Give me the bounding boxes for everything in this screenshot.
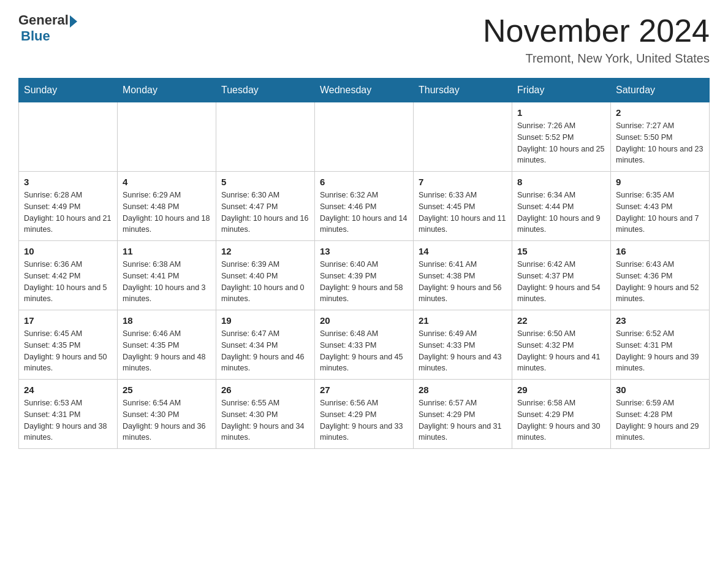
day-number: 26: [221, 385, 309, 395]
day-number: 17: [24, 315, 112, 326]
location-subtitle: Tremont, New York, United States: [483, 52, 710, 66]
day-info: Sunrise: 6:56 AMSunset: 4:29 PMDaylight:…: [320, 397, 408, 443]
day-number: 21: [419, 315, 507, 326]
day-info: Sunrise: 6:35 AMSunset: 4:43 PMDaylight:…: [616, 190, 704, 236]
calendar-day-cell: [414, 102, 512, 172]
day-number: 5: [221, 177, 309, 187]
calendar-day-cell: 16Sunrise: 6:43 AMSunset: 4:36 PMDayligh…: [611, 241, 710, 310]
day-info: Sunrise: 6:59 AMSunset: 4:28 PMDaylight:…: [616, 397, 704, 443]
calendar-day-cell: 28Sunrise: 6:57 AMSunset: 4:29 PMDayligh…: [414, 380, 512, 449]
day-info: Sunrise: 6:54 AMSunset: 4:30 PMDaylight:…: [123, 397, 211, 443]
calendar-day-cell: 22Sunrise: 6:50 AMSunset: 4:32 PMDayligh…: [512, 310, 611, 380]
calendar-day-cell: 29Sunrise: 6:58 AMSunset: 4:29 PMDayligh…: [512, 380, 611, 449]
calendar-day-cell: 25Sunrise: 6:54 AMSunset: 4:30 PMDayligh…: [118, 380, 216, 449]
calendar-day-cell: 10Sunrise: 6:36 AMSunset: 4:42 PMDayligh…: [19, 241, 118, 310]
day-number: 1: [517, 107, 605, 118]
day-number: 23: [616, 315, 704, 326]
day-info: Sunrise: 6:32 AMSunset: 4:46 PMDaylight:…: [320, 190, 408, 236]
calendar-day-cell: 26Sunrise: 6:55 AMSunset: 4:30 PMDayligh…: [216, 380, 315, 449]
day-info: Sunrise: 6:53 AMSunset: 4:31 PMDaylight:…: [24, 397, 112, 443]
day-info: Sunrise: 6:46 AMSunset: 4:35 PMDaylight:…: [123, 328, 211, 374]
title-section: November 2024 Tremont, New York, United …: [483, 12, 710, 66]
day-number: 2: [616, 107, 704, 118]
calendar-week-row: 17Sunrise: 6:45 AMSunset: 4:35 PMDayligh…: [19, 310, 710, 380]
day-info: Sunrise: 7:27 AMSunset: 5:50 PMDaylight:…: [616, 120, 704, 166]
calendar-day-cell: [118, 102, 216, 172]
day-number: 16: [616, 246, 704, 256]
calendar-day-cell: 13Sunrise: 6:40 AMSunset: 4:39 PMDayligh…: [315, 241, 414, 310]
logo-blue-text: Blue: [21, 28, 50, 44]
day-info: Sunrise: 6:43 AMSunset: 4:36 PMDaylight:…: [616, 259, 704, 305]
day-number: 9: [616, 177, 704, 187]
calendar-day-cell: 30Sunrise: 6:59 AMSunset: 4:28 PMDayligh…: [611, 380, 710, 449]
day-info: Sunrise: 6:45 AMSunset: 4:35 PMDaylight:…: [24, 328, 112, 374]
day-number: 15: [517, 246, 605, 256]
calendar-day-cell: [19, 102, 118, 172]
calendar-day-cell: 2Sunrise: 7:27 AMSunset: 5:50 PMDaylight…: [611, 102, 710, 172]
calendar-day-header: Saturday: [611, 79, 710, 102]
calendar-day-cell: 9Sunrise: 6:35 AMSunset: 4:43 PMDaylight…: [611, 172, 710, 241]
calendar-day-cell: 19Sunrise: 6:47 AMSunset: 4:34 PMDayligh…: [216, 310, 315, 380]
calendar-day-cell: [216, 102, 315, 172]
calendar-day-cell: 12Sunrise: 6:39 AMSunset: 4:40 PMDayligh…: [216, 241, 315, 310]
day-number: 30: [616, 385, 704, 395]
calendar-day-header: Wednesday: [315, 79, 414, 102]
day-number: 22: [517, 315, 605, 326]
calendar-day-cell: 14Sunrise: 6:41 AMSunset: 4:38 PMDayligh…: [414, 241, 512, 310]
day-info: Sunrise: 6:48 AMSunset: 4:33 PMDaylight:…: [320, 328, 408, 374]
day-number: 4: [123, 177, 211, 187]
day-info: Sunrise: 6:30 AMSunset: 4:47 PMDaylight:…: [221, 190, 309, 236]
day-info: Sunrise: 6:33 AMSunset: 4:45 PMDaylight:…: [419, 190, 507, 236]
day-info: Sunrise: 6:49 AMSunset: 4:33 PMDaylight:…: [419, 328, 507, 374]
calendar-day-cell: 5Sunrise: 6:30 AMSunset: 4:47 PMDaylight…: [216, 172, 315, 241]
day-number: 29: [517, 385, 605, 395]
calendar-header-row: SundayMondayTuesdayWednesdayThursdayFrid…: [19, 79, 710, 102]
day-info: Sunrise: 6:36 AMSunset: 4:42 PMDaylight:…: [24, 259, 112, 305]
calendar-week-row: 1Sunrise: 7:26 AMSunset: 5:52 PMDaylight…: [19, 102, 710, 172]
day-info: Sunrise: 6:58 AMSunset: 4:29 PMDaylight:…: [517, 397, 605, 443]
day-number: 11: [123, 246, 211, 256]
calendar-day-header: Friday: [512, 79, 611, 102]
calendar-day-cell: 4Sunrise: 6:29 AMSunset: 4:48 PMDaylight…: [118, 172, 216, 241]
calendar-day-cell: 17Sunrise: 6:45 AMSunset: 4:35 PMDayligh…: [19, 310, 118, 380]
day-number: 12: [221, 246, 309, 256]
day-info: Sunrise: 6:39 AMSunset: 4:40 PMDaylight:…: [221, 259, 309, 305]
calendar-day-cell: [315, 102, 414, 172]
day-number: 14: [419, 246, 507, 256]
day-info: Sunrise: 6:41 AMSunset: 4:38 PMDaylight:…: [419, 259, 507, 305]
day-number: 24: [24, 385, 112, 395]
day-number: 3: [24, 177, 112, 187]
month-title: November 2024: [483, 12, 710, 49]
logo-general-text: General: [18, 12, 69, 28]
day-info: Sunrise: 6:55 AMSunset: 4:30 PMDaylight:…: [221, 397, 309, 443]
calendar-day-cell: 3Sunrise: 6:28 AMSunset: 4:49 PMDaylight…: [19, 172, 118, 241]
calendar-week-row: 10Sunrise: 6:36 AMSunset: 4:42 PMDayligh…: [19, 241, 710, 310]
calendar-day-cell: 21Sunrise: 6:49 AMSunset: 4:33 PMDayligh…: [414, 310, 512, 380]
day-info: Sunrise: 6:38 AMSunset: 4:41 PMDaylight:…: [123, 259, 211, 305]
day-info: Sunrise: 6:40 AMSunset: 4:39 PMDaylight:…: [320, 259, 408, 305]
logo: General Blue: [18, 12, 77, 44]
logo-arrow-icon: [70, 15, 77, 28]
calendar-table: SundayMondayTuesdayWednesdayThursdayFrid…: [18, 78, 710, 449]
day-number: 18: [123, 315, 211, 326]
calendar-day-cell: 23Sunrise: 6:52 AMSunset: 4:31 PMDayligh…: [611, 310, 710, 380]
day-info: Sunrise: 6:29 AMSunset: 4:48 PMDaylight:…: [123, 190, 211, 236]
day-info: Sunrise: 6:47 AMSunset: 4:34 PMDaylight:…: [221, 328, 309, 374]
calendar-week-row: 3Sunrise: 6:28 AMSunset: 4:49 PMDaylight…: [19, 172, 710, 241]
day-info: Sunrise: 6:28 AMSunset: 4:49 PMDaylight:…: [24, 190, 112, 236]
day-number: 7: [419, 177, 507, 187]
day-info: Sunrise: 6:34 AMSunset: 4:44 PMDaylight:…: [517, 190, 605, 236]
calendar-day-cell: 27Sunrise: 6:56 AMSunset: 4:29 PMDayligh…: [315, 380, 414, 449]
calendar-day-header: Sunday: [19, 79, 118, 102]
calendar-day-cell: 24Sunrise: 6:53 AMSunset: 4:31 PMDayligh…: [19, 380, 118, 449]
day-info: Sunrise: 6:50 AMSunset: 4:32 PMDaylight:…: [517, 328, 605, 374]
day-number: 6: [320, 177, 408, 187]
calendar-day-header: Tuesday: [216, 79, 315, 102]
day-info: Sunrise: 6:52 AMSunset: 4:31 PMDaylight:…: [616, 328, 704, 374]
day-number: 20: [320, 315, 408, 326]
day-number: 13: [320, 246, 408, 256]
day-number: 25: [123, 385, 211, 395]
calendar-day-cell: 15Sunrise: 6:42 AMSunset: 4:37 PMDayligh…: [512, 241, 611, 310]
calendar-day-cell: 1Sunrise: 7:26 AMSunset: 5:52 PMDaylight…: [512, 102, 611, 172]
calendar-day-cell: 8Sunrise: 6:34 AMSunset: 4:44 PMDaylight…: [512, 172, 611, 241]
